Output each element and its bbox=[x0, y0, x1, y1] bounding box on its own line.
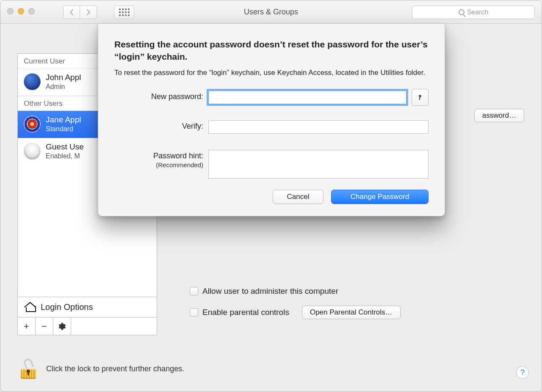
help-button[interactable]: ? bbox=[516, 366, 529, 379]
parental-checkbox[interactable] bbox=[190, 308, 198, 317]
sidebar-item-name: John Appl bbox=[46, 73, 81, 83]
cancel-button[interactable]: Cancel bbox=[273, 190, 324, 204]
reset-password-button[interactable]: assword… bbox=[474, 109, 524, 122]
sidebar-item-role: Enabled, M bbox=[46, 152, 84, 160]
preferences-window: Users & Groups Search assword… Allow use… bbox=[0, 0, 542, 392]
sheet-button-row: Cancel Change Password bbox=[114, 190, 429, 204]
reset-password-sheet: Resetting the account password doesn’t r… bbox=[98, 24, 445, 216]
new-password-label: New password: bbox=[114, 91, 203, 101]
search-input[interactable]: Search bbox=[412, 6, 535, 19]
login-options-row[interactable]: Login Options bbox=[18, 297, 157, 317]
sheet-title: Resetting the account password doesn’t r… bbox=[114, 38, 429, 63]
parental-checkbox-row: Enable parental controls Open Parental C… bbox=[190, 306, 401, 319]
admin-checkbox[interactable] bbox=[190, 287, 198, 295]
avatar-earth-icon bbox=[24, 73, 41, 90]
sidebar-toolbar: + − bbox=[18, 317, 157, 335]
verify-label: Verify: bbox=[114, 120, 203, 131]
search-icon bbox=[459, 9, 465, 15]
admin-checkbox-label: Allow user to administer this computer bbox=[202, 287, 338, 296]
gear-icon bbox=[58, 323, 66, 330]
verify-password-row: Verify: bbox=[114, 120, 429, 134]
parental-checkbox-label: Enable parental controls bbox=[202, 308, 289, 317]
hint-input[interactable] bbox=[208, 150, 429, 179]
change-password-button[interactable]: Change Password bbox=[331, 190, 429, 204]
lock-open-icon[interactable] bbox=[21, 359, 36, 379]
new-password-row: New password: bbox=[114, 91, 429, 106]
open-parental-controls-button[interactable]: Open Parental Controls… bbox=[302, 306, 401, 319]
lock-row-text: Click the lock to prevent further change… bbox=[46, 364, 184, 373]
login-options-label: Login Options bbox=[41, 302, 93, 312]
home-icon bbox=[25, 303, 36, 312]
avatar-guest-icon bbox=[24, 143, 41, 160]
remove-user-button[interactable]: − bbox=[36, 317, 53, 335]
password-generator-button[interactable] bbox=[412, 89, 429, 106]
hint-label: Password hint: (Recommended) bbox=[114, 150, 203, 168]
add-user-button[interactable]: + bbox=[18, 317, 36, 335]
admin-checkbox-row: Allow user to administer this computer bbox=[190, 287, 338, 296]
hint-row: Password hint: (Recommended) bbox=[114, 150, 429, 179]
titlebar: Users & Groups Search bbox=[0, 0, 542, 24]
sidebar-item-role: Admin bbox=[46, 83, 81, 91]
hint-label-text: Password hint: bbox=[153, 152, 203, 160]
user-actions-button[interactable] bbox=[53, 317, 71, 335]
search-placeholder: Search bbox=[467, 8, 489, 16]
lock-row: Click the lock to prevent further change… bbox=[21, 359, 184, 379]
key-icon bbox=[417, 94, 423, 100]
sidebar-item-name: Guest Use bbox=[46, 142, 84, 152]
hint-label-rec: (Recommended) bbox=[114, 161, 203, 168]
sidebar-item-role: Standard bbox=[46, 125, 81, 133]
avatar-target-icon bbox=[24, 116, 41, 133]
verify-input[interactable] bbox=[208, 120, 429, 134]
sidebar-item-name: Jane Appl bbox=[46, 115, 81, 125]
sheet-subtitle: To reset the password for the “login” ke… bbox=[114, 67, 429, 78]
new-password-input[interactable] bbox=[208, 91, 406, 104]
